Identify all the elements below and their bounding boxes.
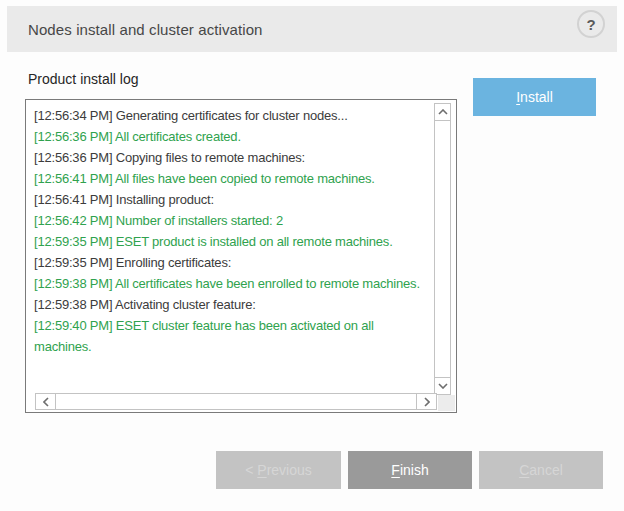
scroll-up-button[interactable] — [435, 104, 450, 121]
log-line: [12:56:34 PM] Generating certificates fo… — [34, 105, 428, 126]
product-install-log-label: Product install log — [28, 71, 139, 87]
question-mark-icon: ? — [586, 16, 595, 33]
page-title: Nodes install and cluster activation — [28, 6, 263, 52]
previous-button: < Previous — [216, 451, 341, 489]
scroll-right-button[interactable] — [416, 394, 436, 409]
log-line: [12:59:38 PM] Activating cluster feature… — [34, 294, 428, 315]
cancel-button: Cancel — [479, 451, 603, 489]
product-install-log-box: [12:56:34 PM] Generating certificates fo… — [25, 99, 457, 413]
chevron-right-icon — [424, 397, 430, 407]
log-line: [12:56:36 PM] Copying files to remote ma… — [34, 147, 428, 168]
log-line: [12:56:36 PM] All certificates created. — [34, 126, 428, 147]
chevron-up-icon — [438, 109, 448, 115]
log-line: [12:56:41 PM] All files have been copied… — [34, 168, 428, 189]
log-line: [12:59:35 PM] ESET product is installed … — [34, 231, 428, 252]
horizontal-scrollbar[interactable] — [35, 393, 437, 410]
scrollbar-corner — [438, 395, 455, 411]
vertical-scrollbar[interactable] — [434, 103, 451, 395]
log-lines: [12:56:34 PM] Generating certificates fo… — [26, 100, 456, 412]
log-line: [12:56:41 PM] Installing product: — [34, 189, 428, 210]
scroll-down-button[interactable] — [435, 377, 450, 394]
log-line: [12:59:40 PM] ESET cluster feature has b… — [34, 315, 428, 357]
log-line: [12:59:35 PM] Enrolling certificates: — [34, 252, 428, 273]
dialog-header: Nodes install and cluster activation ? — [7, 6, 617, 52]
help-button[interactable]: ? — [577, 10, 605, 38]
log-line: [12:59:38 PM] All certificates have been… — [34, 273, 428, 294]
chevron-down-icon — [438, 383, 448, 389]
scroll-left-button[interactable] — [36, 394, 56, 409]
wizard-dialog: Nodes install and cluster activation ? P… — [0, 0, 624, 511]
chevron-left-icon — [43, 397, 49, 407]
finish-button[interactable]: Finish — [348, 451, 472, 489]
install-button[interactable]: Install — [473, 78, 596, 116]
log-line: [12:56:42 PM] Number of installers start… — [34, 210, 428, 231]
